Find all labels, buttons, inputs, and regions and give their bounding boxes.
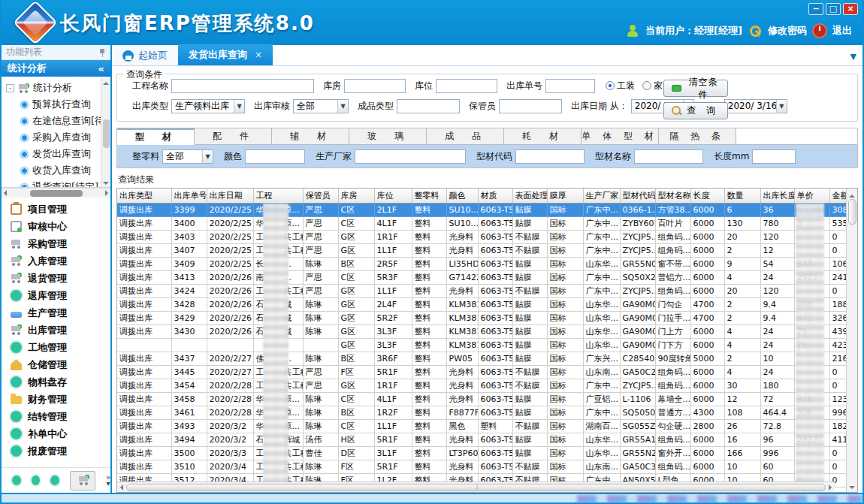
input-库房[interactable] (344, 79, 406, 93)
table-row[interactable]: 调拨出库33992020/2/25华原...严思C区2L1F整料SU10...6… (117, 203, 846, 216)
table-header-金额[interactable]: 金额 (829, 189, 846, 203)
sidebar-item-报废管理[interactable]: 报废管理 (2, 442, 110, 460)
toolbar-cart-button[interactable] (70, 471, 95, 490)
table-row[interactable]: 调拨出库34292020/2/26石城陈琳G区5R2F整料KLM38176063… (117, 311, 846, 324)
table-header-数量[interactable]: 数量 (724, 189, 760, 203)
input-生产厂家[interactable] (355, 149, 466, 164)
input-工程名称[interactable] (171, 79, 314, 93)
scroll-up-icon[interactable] (849, 192, 855, 198)
table-vertical-scrollbar[interactable] (846, 189, 857, 492)
table-row[interactable]: 调拨出库35102020/3/4工共工程陈琳F区5R1F整料光身料6063-T5… (117, 460, 846, 473)
sidebar-item-工地管理[interactable]: 工地管理 (2, 339, 110, 356)
table-row[interactable]: 调拨出库34092020/2/25长...陈琳B区2R5F整料LI35HD606… (117, 257, 846, 270)
table-header-库房[interactable]: 库房 (338, 189, 374, 203)
tree-item-收货入库查询[interactable]: 收货入库查询 (6, 162, 101, 179)
input-颜色[interactable] (245, 149, 305, 164)
close-button[interactable]: × (843, 3, 858, 15)
table-row[interactable]: 调拨出库34072020/2/25工共工程严思G区1L1F整料光身料6063-T… (117, 243, 846, 257)
sidebar-item-财务管理[interactable]: 财务管理 (2, 391, 110, 408)
maximize-button[interactable]: □ (826, 3, 841, 15)
table-row[interactable]: 调拨出库34032020/2/25工共工程严思G区1R1F整料光身料6063-T… (117, 230, 846, 243)
scroll-right-icon[interactable] (829, 484, 835, 490)
table-row[interactable]: 调拨出库34452020/2/27工共工程严思F区5R1F整料光身料6063-T… (117, 365, 846, 379)
tab-overflow-chevron-icon[interactable]: ▼ (850, 52, 856, 62)
table-row[interactable]: 调拨出库34282020/2/26石城陈琳G区2L4F整料KLM38176063… (117, 297, 846, 311)
input-型材代码[interactable] (515, 149, 585, 164)
scroll-right-icon[interactable] (105, 190, 111, 196)
table-header-库位[interactable]: 库位 (374, 189, 412, 203)
material-tab-辅材[interactable]: 辅 材 (272, 128, 349, 145)
table-row[interactable]: 调拨出库34242020/2/26工共工程严思G区1L1F整料光身料6063-T… (117, 284, 846, 297)
chevron-down-icon[interactable]: ▼ (337, 100, 348, 113)
scroll-thumb[interactable] (848, 199, 856, 225)
table-header-出库类型[interactable]: 出库类型 (117, 189, 171, 203)
table-header-膜厚[interactable]: 膜厚 (547, 189, 583, 203)
combo-到：[interactable]: 2020/ 3/16▼ (724, 99, 787, 113)
table-header-出库日期[interactable]: 出库日期 (207, 189, 253, 203)
tab-shipping-outbound-query[interactable]: 发货出库查询 × (178, 44, 273, 65)
sidebar-item-结转管理[interactable]: 结转管理 (2, 408, 110, 425)
toolbar-overflow-button[interactable]: »▾ (106, 475, 110, 487)
combo-出库类型[interactable]: 生产领料出库▼ (171, 99, 245, 113)
tree-vertical-scrollbar[interactable] (101, 77, 110, 187)
material-tab-玻璃[interactable]: 玻 璃 (349, 128, 427, 145)
table-header-单价[interactable]: 单价 (794, 189, 829, 203)
material-tab-型材[interactable]: 型 材 (117, 128, 195, 145)
tree-item-退货查询[待定][interactable]: 退货查询[待定] (6, 179, 101, 187)
table-horizontal-scrollbar[interactable] (117, 481, 835, 492)
toolbar-dot-icon[interactable] (50, 475, 59, 485)
table-row[interactable]: 调拨出库34132020/2/26南...严思C区5R3F整料G71422606… (117, 270, 846, 284)
table-header-表面处理[interactable]: 表面处理 (512, 189, 547, 203)
toolbar-dot-icon[interactable] (32, 475, 41, 485)
scroll-down-icon[interactable] (103, 182, 109, 188)
sidebar-item-项目管理[interactable]: 项目管理 (2, 201, 110, 218)
sidebar-item-物料盘存[interactable]: 物料盘存 (2, 373, 110, 391)
table-header-工程[interactable]: 工程 (253, 189, 303, 203)
radio-工装[interactable] (606, 81, 615, 90)
tab-close-icon[interactable]: × (255, 50, 262, 60)
table-header-型材名称[interactable]: 型材名称 (655, 189, 690, 203)
table-header-整零料[interactable]: 整零料 (412, 189, 446, 203)
table-header-出库单号[interactable]: 出库单号 (171, 189, 207, 203)
material-tab-配件[interactable]: 配 件 (195, 128, 272, 145)
table-row[interactable]: 调拨出库34372020/2/27佛...陈琳B区3R6F整料PW056063-… (117, 352, 846, 365)
table-header-颜色[interactable]: 颜色 (446, 189, 478, 203)
material-tab-成品[interactable]: 成 品 (427, 128, 504, 145)
input-出库单号[interactable] (545, 79, 595, 93)
table-row[interactable]: 调拨出库35002020/3/3工共工程曹佳D区3L1F整料LT3P606063… (117, 446, 846, 460)
table-header-生产厂家[interactable]: 生产厂家 (583, 189, 620, 203)
change-password-link[interactable]: 修改密码 (768, 24, 807, 38)
table-header-型材代码[interactable]: 型材代码 (620, 189, 655, 203)
input-库位[interactable] (436, 79, 497, 93)
sidebar-item-采购管理[interactable]: 采购管理 (2, 235, 110, 252)
combo-整零料[interactable]: 全部▼ (162, 149, 213, 164)
table-header-保管员[interactable]: 保管员 (303, 189, 338, 203)
combo-出库审核[interactable]: 全部▼ (293, 99, 349, 113)
table-row[interactable]: 调拨出库34932020/3/2华原...陈琳C区1L1F整料黑色塑料不贴膜国标… (117, 419, 846, 433)
tree-item-在途信息查询[待定][interactable]: 在途信息查询[待定] (6, 113, 101, 129)
material-tab-耗材[interactable]: 耗 材 (504, 128, 582, 145)
sidebar-item-退货管理[interactable]: 退货管理 (2, 270, 110, 287)
tree-item-采购入库查询[interactable]: 采购入库查询 (6, 129, 101, 146)
sidebar-item-退库管理[interactable]: 退库管理 (2, 287, 110, 304)
table-row[interactable]: 调拨出库34582020/2/28华原...陈琳C区4L1F整料光身料6063-… (117, 392, 846, 406)
tree-root[interactable]: - 统计分析 (6, 80, 101, 96)
table-header-材质[interactable]: 材质 (478, 189, 512, 203)
table-row[interactable]: G区3L3F整料KLM38176063-T5贴膜国标山东华...GA90M09.… (117, 338, 846, 352)
scroll-left-icon[interactable] (117, 484, 123, 490)
material-tab-单体型材[interactable]: 单 体 型 材 (582, 128, 659, 145)
sidebar-item-出库管理[interactable]: 出库管理 (2, 321, 110, 339)
sidebar-item-审核中心[interactable]: 审核中心 (2, 218, 110, 235)
table-row[interactable]: 调拨出库34612020/2/28华原...陈琳B区1R2F整料F8877FT6… (117, 406, 846, 419)
material-tab-隔热条[interactable]: 隔 热 条 (659, 128, 736, 145)
chevron-down-icon[interactable]: ▼ (776, 100, 787, 113)
clear-conditions-button[interactable]: 清空条件 (663, 80, 728, 97)
section-header[interactable]: 统计分析 « (2, 60, 110, 77)
input-成品类型[interactable] (397, 99, 460, 113)
scroll-left-icon[interactable] (1, 190, 7, 196)
tree-expander-icon[interactable]: - (6, 84, 14, 92)
sidebar-item-入库管理[interactable]: 入库管理 (2, 252, 110, 270)
chevron-down-icon[interactable]: ▼ (202, 150, 213, 163)
collapse-icon[interactable]: « (98, 63, 104, 74)
sidebar-item-仓储管理[interactable]: 仓储管理 (2, 356, 110, 373)
